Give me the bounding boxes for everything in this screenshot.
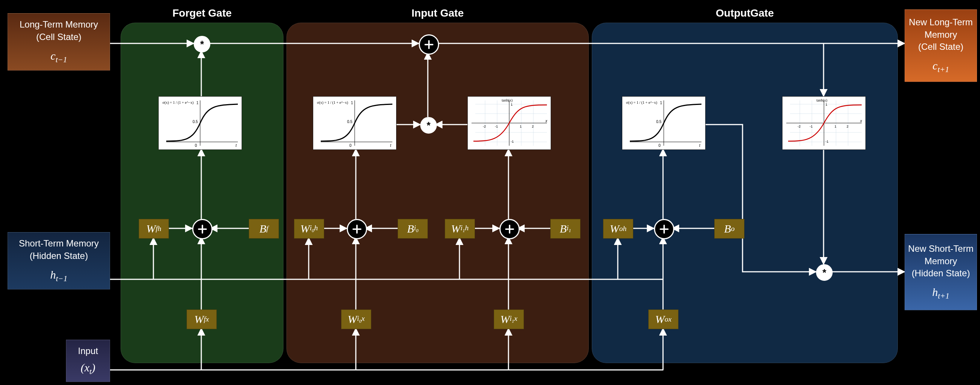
svg-text:0: 0: [195, 144, 197, 148]
svg-text:0: 0: [349, 144, 352, 148]
svg-text:1: 1: [511, 103, 512, 107]
op-plus-input-tanh: [500, 219, 520, 239]
input-gate-panel: Input Gate: [286, 22, 589, 363]
op-plus-input-sigmoid: [347, 219, 367, 239]
svg-text:1: 1: [826, 103, 827, 107]
svg-text:-2: -2: [797, 125, 800, 128]
activation-sigmoid-output: σ(x) = 1 / (1 + e^−x) 0 0.5 1 t: [622, 96, 706, 150]
op-mul-forget-cell: *: [194, 36, 210, 53]
weight-Wfh: Wfh: [139, 219, 169, 238]
gate-title-output: OutputGate: [592, 7, 897, 19]
svg-text:t: t: [390, 144, 391, 148]
svg-text:-1: -1: [511, 140, 514, 144]
ltm-out-line2: Memory: [924, 29, 958, 41]
weight-Wi1h: Wi1h: [445, 219, 475, 238]
svg-text:-2: -2: [483, 125, 486, 128]
ltm-in-symbol: ct−1: [51, 48, 67, 65]
output-gate-panel: OutputGate: [592, 22, 898, 363]
svg-text:x: x: [860, 119, 862, 123]
svg-text:1: 1: [520, 125, 522, 128]
tanh-formula: tanh(x): [502, 98, 512, 102]
svg-text:-1: -1: [810, 125, 813, 128]
lstm-diagram: Forget Gate Input Gate OutputGate Long-T…: [0, 0, 980, 385]
weight-Bi0: Bi0: [398, 219, 428, 238]
activation-tanh-output: tanh(x) -2 -1 1 2 1 -1 x: [782, 96, 866, 150]
svg-text:0.5: 0.5: [347, 120, 352, 124]
weight-Bf: Bf: [249, 219, 279, 238]
op-plus-forget: [192, 219, 213, 239]
ltm-out-symbol: ct+1: [932, 58, 949, 75]
ltm-in-line2: (Cell State): [36, 31, 81, 43]
svg-text:1: 1: [351, 101, 353, 105]
svg-text:t: t: [235, 144, 237, 148]
stm-in-line1: Short-Term Memory: [19, 237, 99, 249]
activation-sigmoid-forget: σ(x) = 1 / (1 + e^−x) 0 0.5 1 t: [158, 96, 242, 150]
ltm-out-line3: (Cell State): [918, 41, 963, 53]
svg-text:-1: -1: [495, 125, 498, 128]
op-plus-cell-update: [419, 34, 439, 55]
long-term-memory-out: New Long-Term Memory (Cell State) ct+1: [905, 10, 977, 82]
weight-Woh: Woh: [603, 219, 633, 238]
svg-text:0.5: 0.5: [192, 120, 198, 124]
op-mul-output-combine: *: [816, 264, 833, 281]
svg-text:t: t: [699, 144, 701, 148]
activation-tanh-input: tanh(x) -2 -1 1 2 1 -1 x: [468, 96, 551, 150]
input-line1: Input: [78, 345, 98, 357]
svg-text:1: 1: [835, 125, 837, 128]
ltm-out-line1: New Long-Term: [909, 16, 972, 28]
weight-Bo: Bo: [714, 219, 745, 238]
weight-Wi1x: Wi1x: [494, 310, 524, 329]
op-mul-input-combine: *: [420, 117, 437, 134]
short-term-memory-in: Short-Term Memory (Hidden State) ht−1: [8, 232, 110, 289]
weight-Bi1: Bi1: [550, 219, 581, 238]
svg-text:-1: -1: [826, 140, 829, 144]
op-plus-output: [654, 219, 674, 239]
svg-text:0.5: 0.5: [656, 120, 662, 124]
input-symbol: (xt): [81, 360, 95, 377]
stm-out-line3: (Hidden State): [912, 267, 970, 279]
weight-Wi0h: Wi0h: [294, 219, 324, 238]
svg-text:0: 0: [659, 144, 661, 148]
tanh-formula-2: tanh(x): [816, 98, 827, 102]
weight-Wox: Wox: [648, 310, 678, 329]
weight-Wfx: Wfx: [186, 310, 217, 329]
svg-text:2: 2: [846, 125, 848, 128]
activation-sigmoid-input: σ(x) = 1 / (1 + e^−x) 0 0.5 1 t: [313, 96, 396, 150]
stm-out-line2: Memory: [924, 255, 958, 267]
weight-Wi0x: Wi0x: [341, 310, 371, 329]
sigmoid-formula-2: σ(x) = 1 / (1 + e^−x): [317, 101, 348, 105]
stm-out-line1: New Short-Term: [908, 243, 973, 255]
sigmoid-formula-3: σ(x) = 1 / (1 + e^−x): [626, 101, 657, 105]
ltm-in-line1: Long-Term Memory: [20, 19, 98, 30]
stm-in-symbol: ht−1: [50, 267, 67, 284]
stm-in-line2: (Hidden State): [30, 250, 88, 262]
sigmoid-formula: σ(x) = 1 / (1 + e^−x): [162, 101, 194, 105]
svg-text:1: 1: [196, 101, 199, 105]
stm-out-symbol: ht+1: [932, 284, 950, 301]
gate-title-forget: Forget Gate: [121, 7, 283, 19]
svg-text:x: x: [545, 119, 548, 123]
short-term-memory-out: New Short-Term Memory (Hidden State) ht+…: [905, 234, 977, 310]
long-term-memory-in: Long-Term Memory (Cell State) ct−1: [8, 13, 110, 70]
input-box: Input (xt): [66, 340, 110, 382]
svg-text:2: 2: [532, 125, 534, 128]
gate-title-input: Input Gate: [287, 7, 589, 19]
svg-text:1: 1: [660, 101, 662, 105]
